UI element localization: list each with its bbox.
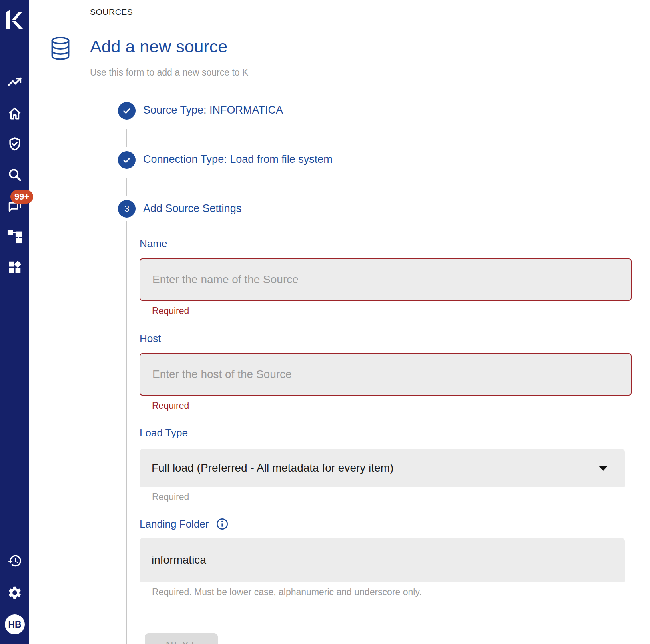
page-title: Add a new source xyxy=(90,37,227,56)
load-type-helper-text: Required xyxy=(152,492,189,502)
stepper-connector xyxy=(126,178,127,196)
host-input[interactable] xyxy=(140,353,632,396)
step-2-label[interactable]: Connection Type: Load from file system xyxy=(143,154,333,165)
sidebar-item-apps[interactable] xyxy=(0,260,29,275)
sidebar-item-settings[interactable] xyxy=(0,585,29,600)
hierarchy-icon xyxy=(7,228,22,244)
gear-icon xyxy=(7,585,22,600)
sidebar: 99+ HB xyxy=(0,0,29,644)
database-icon xyxy=(50,36,71,62)
landing-folder-label-row: Landing Folder xyxy=(140,518,229,530)
sidebar-item-lineage[interactable] xyxy=(0,228,29,244)
check-icon xyxy=(122,106,132,116)
user-avatar[interactable]: HB xyxy=(5,614,25,634)
sidebar-item-trends[interactable] xyxy=(0,74,29,90)
step-3-number: 3 xyxy=(124,204,129,214)
landing-folder-helper-text: Required. Must be lower case, alphanumer… xyxy=(152,588,422,597)
stepper-connector xyxy=(126,221,127,644)
home-icon xyxy=(7,106,22,121)
page-subtitle: Use this form to add a new source to K xyxy=(90,67,248,78)
name-error-text: Required xyxy=(152,306,189,316)
stepper-connector xyxy=(126,129,127,147)
load-type-selected-value: Full load (Preferred - All metadata for … xyxy=(152,462,393,474)
next-button[interactable]: NEXT xyxy=(145,633,218,644)
check-icon xyxy=(122,155,132,165)
widgets-icon xyxy=(7,260,22,275)
step-3-indicator[interactable]: 3 xyxy=(118,200,136,218)
trending-up-icon xyxy=(7,74,22,90)
history-icon xyxy=(7,553,22,568)
info-icon[interactable] xyxy=(216,518,229,530)
name-field-label: Name xyxy=(140,238,167,249)
k-logo[interactable] xyxy=(0,8,29,30)
k-logo-icon xyxy=(4,8,26,30)
sidebar-item-policies[interactable] xyxy=(0,136,29,152)
sidebar-item-search[interactable] xyxy=(0,167,29,182)
main-content: SOURCES Add a new source Use this form t… xyxy=(29,0,650,644)
chevron-down-icon xyxy=(598,466,608,471)
search-icon xyxy=(7,167,22,182)
host-error-text: Required xyxy=(152,401,189,410)
load-type-field-label: Load Type xyxy=(140,428,188,438)
step-2-indicator[interactable] xyxy=(118,151,136,169)
step-3-label[interactable]: Add Source Settings xyxy=(143,203,241,214)
breadcrumb: SOURCES xyxy=(90,7,133,17)
name-input[interactable] xyxy=(140,258,632,301)
sidebar-item-home[interactable] xyxy=(0,106,29,121)
step-1-label[interactable]: Source Type: INFORMATICA xyxy=(143,105,283,116)
step-1-indicator[interactable] xyxy=(118,102,136,120)
sidebar-item-history[interactable] xyxy=(0,553,29,568)
load-type-select[interactable]: Full load (Preferred - All metadata for … xyxy=(140,449,625,487)
landing-folder-field-label: Landing Folder xyxy=(140,519,209,529)
chat-notification-badge: 99+ xyxy=(10,190,33,204)
shield-check-icon xyxy=(7,136,22,152)
landing-folder-input[interactable] xyxy=(140,538,625,582)
host-field-label: Host xyxy=(140,333,161,344)
